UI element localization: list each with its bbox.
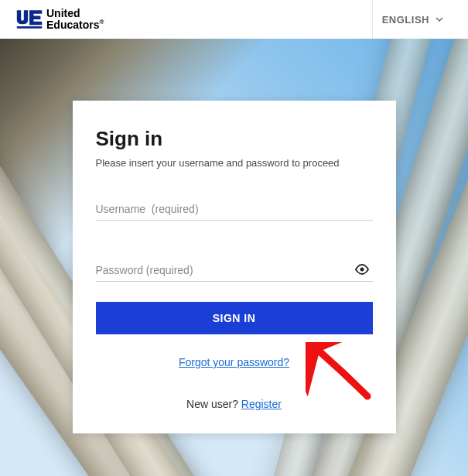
eye-icon: [354, 264, 370, 275]
password-input[interactable]: [96, 259, 373, 282]
brand-logo: United Educators®: [15, 8, 104, 30]
chevron-down-icon: [436, 17, 443, 22]
username-input[interactable]: [96, 198, 373, 221]
register-link[interactable]: Register: [241, 398, 282, 410]
signin-card: Sign in Please insert your username and …: [73, 101, 396, 433]
logo-text: United Educators®: [46, 8, 104, 30]
password-group: [96, 259, 373, 282]
register-row: New user? Register: [96, 398, 373, 410]
forgot-password-link[interactable]: Forgot your password?: [96, 356, 373, 368]
signin-button[interactable]: SIGN IN: [96, 302, 373, 334]
username-group: [96, 198, 373, 221]
svg-rect-0: [17, 26, 42, 29]
card-title: Sign in: [96, 127, 373, 151]
language-selector[interactable]: ENGLISH: [372, 0, 453, 39]
card-subtitle: Please insert your username and password…: [96, 157, 373, 169]
new-user-text: New user?: [186, 398, 241, 410]
toggle-password-visibility[interactable]: [354, 264, 370, 278]
logo-icon: [15, 9, 43, 30]
language-label: ENGLISH: [382, 14, 429, 26]
svg-point-1: [360, 267, 364, 271]
app-header: United Educators® ENGLISH: [0, 0, 468, 39]
